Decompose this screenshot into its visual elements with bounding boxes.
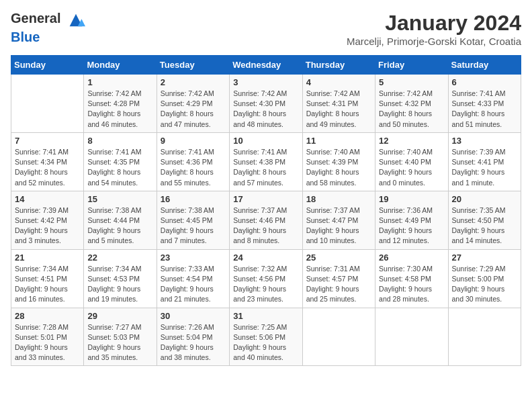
day-info: Sunrise: 7:41 AMSunset: 4:38 PMDaylight:… xyxy=(233,147,298,188)
day-info: Sunrise: 7:37 AMSunset: 4:47 PMDaylight:… xyxy=(306,205,371,246)
week-row-2: 7Sunrise: 7:41 AMSunset: 4:34 PMDaylight… xyxy=(11,132,521,191)
calendar-cell: 12Sunrise: 7:40 AMSunset: 4:40 PMDayligh… xyxy=(375,132,448,191)
day-info: Sunrise: 7:27 AMSunset: 5:03 PMDaylight:… xyxy=(87,322,152,363)
column-header-monday: Monday xyxy=(84,56,157,75)
calendar-cell: 16Sunrise: 7:38 AMSunset: 4:45 PMDayligh… xyxy=(157,191,229,249)
calendar-cell: 18Sunrise: 7:37 AMSunset: 4:47 PMDayligh… xyxy=(302,191,375,249)
logo-icon xyxy=(66,11,85,30)
day-number: 16 xyxy=(161,194,226,204)
day-number: 12 xyxy=(379,136,444,146)
calendar-cell: 29Sunrise: 7:27 AMSunset: 5:03 PMDayligh… xyxy=(84,308,157,366)
calendar-cell: 13Sunrise: 7:39 AMSunset: 4:41 PMDayligh… xyxy=(448,132,521,191)
calendar-cell: 21Sunrise: 7:34 AMSunset: 4:51 PMDayligh… xyxy=(11,249,84,308)
day-info: Sunrise: 7:30 AMSunset: 4:58 PMDaylight:… xyxy=(379,264,444,305)
logo-text: General Blue xyxy=(11,11,85,45)
day-number: 22 xyxy=(87,253,152,263)
day-number: 6 xyxy=(452,77,517,87)
calendar-cell: 4Sunrise: 7:42 AMSunset: 4:31 PMDaylight… xyxy=(302,75,375,133)
calendar-cell: 23Sunrise: 7:33 AMSunset: 4:54 PMDayligh… xyxy=(157,249,229,308)
week-row-5: 28Sunrise: 7:28 AMSunset: 5:01 PMDayligh… xyxy=(11,308,521,366)
calendar-cell xyxy=(302,308,375,366)
day-info: Sunrise: 7:33 AMSunset: 4:54 PMDaylight:… xyxy=(161,264,226,305)
day-info: Sunrise: 7:32 AMSunset: 4:56 PMDaylight:… xyxy=(233,264,298,305)
calendar-cell: 11Sunrise: 7:40 AMSunset: 4:39 PMDayligh… xyxy=(302,132,375,191)
day-info: Sunrise: 7:35 AMSunset: 4:50 PMDaylight:… xyxy=(452,205,517,246)
day-info: Sunrise: 7:39 AMSunset: 4:42 PMDaylight:… xyxy=(15,205,80,246)
day-info: Sunrise: 7:34 AMSunset: 4:51 PMDaylight:… xyxy=(15,264,80,305)
column-header-thursday: Thursday xyxy=(302,56,375,75)
day-info: Sunrise: 7:29 AMSunset: 5:00 PMDaylight:… xyxy=(452,264,517,305)
day-info: Sunrise: 7:42 AMSunset: 4:29 PMDaylight:… xyxy=(161,89,226,130)
week-row-3: 14Sunrise: 7:39 AMSunset: 4:42 PMDayligh… xyxy=(11,191,521,249)
calendar-cell: 5Sunrise: 7:42 AMSunset: 4:32 PMDaylight… xyxy=(375,75,448,133)
day-info: Sunrise: 7:40 AMSunset: 4:40 PMDaylight:… xyxy=(379,147,444,188)
week-row-4: 21Sunrise: 7:34 AMSunset: 4:51 PMDayligh… xyxy=(11,249,521,308)
day-number: 27 xyxy=(452,253,517,263)
logo-general: General xyxy=(11,11,60,26)
calendar-cell: 15Sunrise: 7:38 AMSunset: 4:44 PMDayligh… xyxy=(84,191,157,249)
day-info: Sunrise: 7:39 AMSunset: 4:41 PMDaylight:… xyxy=(452,147,517,188)
day-number: 10 xyxy=(233,136,298,146)
column-header-sunday: Sunday xyxy=(11,56,84,75)
day-number: 20 xyxy=(452,194,517,204)
week-row-1: 1Sunrise: 7:42 AMSunset: 4:28 PMDaylight… xyxy=(11,75,521,133)
day-number: 13 xyxy=(452,136,517,146)
day-number: 19 xyxy=(379,194,444,204)
day-number: 14 xyxy=(15,194,80,204)
day-info: Sunrise: 7:26 AMSunset: 5:04 PMDaylight:… xyxy=(161,322,226,363)
calendar-cell: 7Sunrise: 7:41 AMSunset: 4:34 PMDaylight… xyxy=(11,132,84,191)
day-info: Sunrise: 7:42 AMSunset: 4:32 PMDaylight:… xyxy=(379,89,444,130)
calendar-cell: 26Sunrise: 7:30 AMSunset: 4:58 PMDayligh… xyxy=(375,249,448,308)
month-year: January 2024 xyxy=(347,11,521,36)
calendar-cell: 30Sunrise: 7:26 AMSunset: 5:04 PMDayligh… xyxy=(157,308,229,366)
column-header-saturday: Saturday xyxy=(448,56,521,75)
day-info: Sunrise: 7:41 AMSunset: 4:36 PMDaylight:… xyxy=(161,147,226,188)
day-number: 25 xyxy=(306,253,371,263)
day-info: Sunrise: 7:34 AMSunset: 4:53 PMDaylight:… xyxy=(87,264,152,305)
calendar-cell: 9Sunrise: 7:41 AMSunset: 4:36 PMDaylight… xyxy=(157,132,229,191)
day-number: 8 xyxy=(87,136,152,146)
calendar-cell: 8Sunrise: 7:41 AMSunset: 4:35 PMDaylight… xyxy=(84,132,157,191)
day-number: 31 xyxy=(233,311,298,321)
calendar-cell: 2Sunrise: 7:42 AMSunset: 4:29 PMDaylight… xyxy=(157,75,229,133)
day-number: 9 xyxy=(161,136,226,146)
page-header: General Blue January 2024 Marcelji, Prim… xyxy=(11,11,521,47)
day-number: 1 xyxy=(87,77,152,87)
day-number: 2 xyxy=(161,77,226,87)
logo: General Blue xyxy=(11,11,85,45)
day-info: Sunrise: 7:41 AMSunset: 4:35 PMDaylight:… xyxy=(87,147,152,188)
title-section: January 2024 Marcelji, Primorje-Gorski K… xyxy=(347,11,521,47)
header-row: SundayMondayTuesdayWednesdayThursdayFrid… xyxy=(11,56,521,75)
day-info: Sunrise: 7:41 AMSunset: 4:34 PMDaylight:… xyxy=(15,147,80,188)
day-number: 5 xyxy=(379,77,444,87)
day-number: 24 xyxy=(233,253,298,263)
calendar-cell: 31Sunrise: 7:25 AMSunset: 5:06 PMDayligh… xyxy=(230,308,302,366)
day-info: Sunrise: 7:41 AMSunset: 4:33 PMDaylight:… xyxy=(452,89,517,130)
calendar-cell: 20Sunrise: 7:35 AMSunset: 4:50 PMDayligh… xyxy=(448,191,521,249)
calendar-cell xyxy=(11,75,84,133)
calendar-cell: 6Sunrise: 7:41 AMSunset: 4:33 PMDaylight… xyxy=(448,75,521,133)
day-number: 18 xyxy=(306,194,371,204)
day-number: 3 xyxy=(233,77,298,87)
day-info: Sunrise: 7:42 AMSunset: 4:30 PMDaylight:… xyxy=(233,89,298,130)
day-info: Sunrise: 7:40 AMSunset: 4:39 PMDaylight:… xyxy=(306,147,371,188)
location: Marcelji, Primorje-Gorski Kotar, Croatia xyxy=(347,36,521,47)
day-number: 26 xyxy=(379,253,444,263)
day-number: 7 xyxy=(15,136,80,146)
day-info: Sunrise: 7:28 AMSunset: 5:01 PMDaylight:… xyxy=(15,322,80,363)
day-info: Sunrise: 7:42 AMSunset: 4:28 PMDaylight:… xyxy=(87,89,152,130)
day-number: 28 xyxy=(15,311,80,321)
day-info: Sunrise: 7:25 AMSunset: 5:06 PMDaylight:… xyxy=(233,322,298,363)
day-number: 11 xyxy=(306,136,371,146)
calendar-cell: 1Sunrise: 7:42 AMSunset: 4:28 PMDaylight… xyxy=(84,75,157,133)
logo-blue: Blue xyxy=(11,30,40,44)
day-info: Sunrise: 7:36 AMSunset: 4:49 PMDaylight:… xyxy=(379,205,444,246)
day-number: 30 xyxy=(161,311,226,321)
calendar-cell: 17Sunrise: 7:37 AMSunset: 4:46 PMDayligh… xyxy=(230,191,302,249)
calendar-cell: 3Sunrise: 7:42 AMSunset: 4:30 PMDaylight… xyxy=(230,75,302,133)
day-number: 23 xyxy=(161,253,226,263)
day-info: Sunrise: 7:38 AMSunset: 4:45 PMDaylight:… xyxy=(161,205,226,246)
day-number: 17 xyxy=(233,194,298,204)
calendar-cell xyxy=(448,308,521,366)
calendar-cell: 27Sunrise: 7:29 AMSunset: 5:00 PMDayligh… xyxy=(448,249,521,308)
